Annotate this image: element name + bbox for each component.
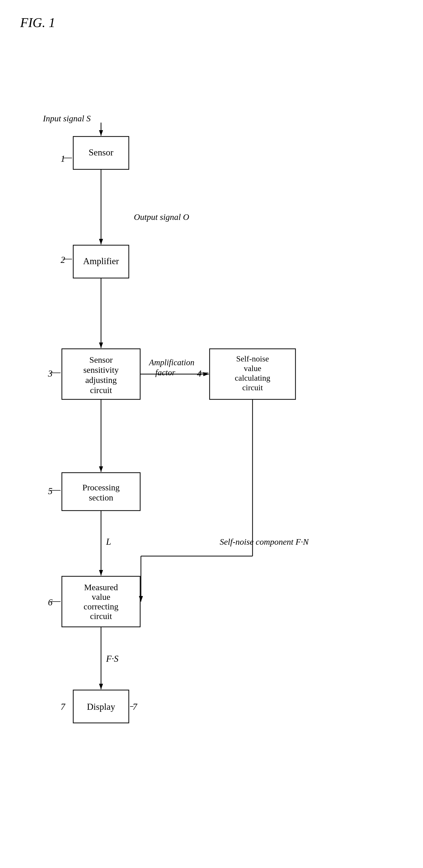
amplification-factor-label: Amplification [149, 358, 194, 367]
ref-4: 4 [197, 369, 201, 379]
svg-text:Display: Display [87, 702, 115, 712]
svg-text:correcting: correcting [84, 602, 119, 611]
svg-text:Processing: Processing [82, 483, 120, 492]
self-noise-component-label: Self-noise component F·N [220, 537, 310, 547]
svg-marker-32 [99, 466, 103, 472]
ref-7: 7 [61, 702, 66, 712]
svg-marker-30 [99, 342, 103, 348]
svg-text:sensitivity: sensitivity [83, 365, 119, 375]
svg-text:calculating: calculating [235, 373, 270, 382]
svg-text:section: section [89, 493, 113, 502]
FS-label: F·S [106, 654, 119, 664]
output-signal-label: Output signal O [134, 212, 189, 222]
svg-text:Measured: Measured [84, 583, 118, 592]
svg-text:value: value [244, 364, 261, 373]
svg-marker-42 [139, 596, 143, 601]
svg-marker-34 [99, 570, 103, 576]
processing-block [62, 473, 140, 510]
ref-5: 5 [48, 486, 53, 496]
figure-label: FIG. 1 [20, 15, 55, 30]
svg-text:value: value [92, 592, 110, 601]
L-label: L [106, 537, 111, 547]
ref-6: 6 [48, 597, 53, 608]
amplifier-block [73, 245, 129, 278]
self-noise-calc-block [209, 349, 295, 399]
display-block [73, 690, 129, 723]
svg-marker-38 [203, 372, 209, 376]
ref-2: 2 [61, 255, 65, 265]
svg-text:Amplifier: Amplifier [83, 256, 119, 266]
svg-text:Self-noise: Self-noise [236, 354, 269, 363]
svg-text:7: 7 [133, 702, 138, 712]
diagram-svg: Sensor Amplifier Sensor sensitivity adju… [0, 0, 423, 868]
svg-marker-36 [99, 684, 103, 689]
amplification-factor-label2: factor [155, 368, 175, 377]
ref-3: 3 [48, 369, 53, 379]
svg-text:Sensor: Sensor [89, 147, 113, 157]
svg-text:circuit: circuit [242, 383, 263, 392]
sensor-block [73, 136, 129, 169]
measured-value-block [62, 576, 140, 627]
page: FIG. 1 Sensor Amplifier Sensor sensitivi… [0, 0, 423, 868]
input-signal-label: Input signal S [43, 114, 91, 123]
svg-marker-26 [99, 130, 103, 136]
svg-text:Sensor: Sensor [89, 355, 113, 365]
svg-marker-28 [99, 239, 103, 244]
svg-text:circuit: circuit [90, 612, 112, 621]
svg-text:adjusting: adjusting [85, 375, 117, 385]
sensor-sensitivity-block [62, 349, 140, 399]
svg-text:circuit: circuit [90, 385, 112, 395]
ref-1: 1 [61, 154, 65, 164]
